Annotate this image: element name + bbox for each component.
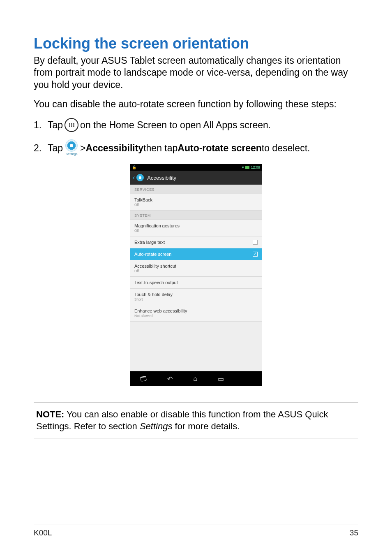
row-auto-rotate[interactable]: Auto-rotate screen [130,248,262,260]
row-title: Accessibility shortcut [134,264,176,269]
row-touch-hold[interactable]: Touch & hold delay Short [130,289,262,305]
settings-icon-label: Settings [66,152,78,157]
step-2: 2. Tap Settings > Accessibility then tap… [34,139,358,157]
checkbox-icon[interactable] [253,240,258,245]
row-subtitle: Off [134,269,176,273]
intro-paragraph-1: By default, your ASUS Tablet screen auto… [34,55,358,91]
accessibility-bold: Accessibility [86,141,144,155]
row-title: Touch & hold delay [134,292,173,297]
row-magnification[interactable]: Magnification gestures Off [130,220,262,236]
tablet-screenshot: 🔒 ▾ 12:09 ‹ Accessibility SERVICES TalkB… [130,164,262,386]
page-footer: K00L 35 [34,525,358,537]
step-number: 2. [34,141,48,155]
note-label: NOTE: [36,409,64,419]
wifi-icon: ▾ [242,165,244,169]
footer-page-number: 35 [350,528,358,537]
nav-bar: ↶ ⌂ ▭ [130,371,262,386]
home-icon[interactable]: ⌂ [193,375,197,382]
page-title: Locking the screen orientation [34,35,358,52]
battery-icon [245,166,249,169]
row-accessibility-shortcut[interactable]: Accessibility shortcut Off [130,260,262,277]
row-title: Enhance web accessibility [134,308,187,313]
back-chevron-icon[interactable]: ‹ [133,174,135,181]
lock-icon: 🔒 [132,165,136,169]
section-system: SYSTEM [130,211,262,220]
note-text-b: for more details. [172,421,240,431]
row-subtitle: Not allowed [134,314,187,318]
row-extra-large-text[interactable]: Extra large text [130,236,262,248]
step-text: > [80,141,85,155]
row-title: Auto-rotate screen [134,252,172,257]
gear-icon [65,139,78,152]
note-italic: Settings [140,421,173,431]
intro-paragraph-2: You can disable the auto-rotate screen f… [34,98,358,110]
row-title: Magnification gestures [134,223,180,228]
footer-model: K00L [34,528,52,537]
step-text: on the Home Screen to open All Apps scre… [80,118,271,132]
settings-gear-icon [136,174,144,181]
row-subtitle: Short [134,297,173,301]
back-icon[interactable]: ↶ [167,375,173,383]
recent-icon[interactable]: ▭ [218,375,224,383]
step-text: Tap [48,141,63,155]
step-text: Tap [48,118,63,132]
step-text: to deselect. [262,141,310,155]
settings-app-icon: Settings [65,139,78,157]
checkbox-checked-icon[interactable] [253,252,258,257]
row-web-accessibility[interactable]: Enhance web accessibility Not allowed [130,305,262,322]
header-title: Accessibility [147,175,176,181]
row-subtitle: Off [134,203,152,207]
row-talkback[interactable]: TalkBack Off [130,194,262,211]
row-title: Text-to-speech output [134,280,178,285]
step-1: 1. Tap on the Home Screen to open All Ap… [34,118,358,132]
settings-header[interactable]: ‹ Accessibility [130,171,262,185]
row-tts[interactable]: Text-to-speech output [130,277,262,289]
row-title: TalkBack [134,197,152,202]
all-apps-icon [65,118,78,132]
status-time: 12:09 [251,165,260,169]
status-bar: 🔒 ▾ 12:09 [130,164,262,171]
step-text: then tap [143,141,178,155]
note-block: NOTE: You can also enable or disable thi… [34,403,358,438]
step-number: 1. [34,118,48,132]
asus-home-icon[interactable] [140,376,147,382]
section-services: SERVICES [130,185,262,194]
row-subtitle: Off [134,229,180,233]
autorotate-bold: Auto-rotate screen [178,141,261,155]
row-title: Extra large text [134,240,165,245]
